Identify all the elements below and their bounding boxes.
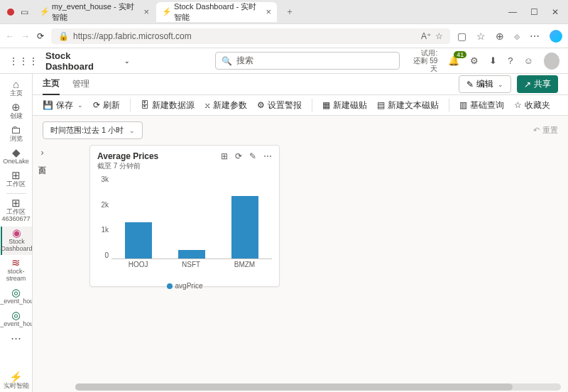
bar-hooj[interactable]	[125, 222, 152, 258]
time-range-picker[interactable]: 时间范围:过去 1 小时 ⌄	[43, 121, 143, 139]
tab-home[interactable]: 主页	[43, 74, 60, 95]
lock-icon: 🔒	[58, 31, 69, 41]
chart-legend: avgPrice	[97, 282, 272, 290]
eventhouse-icon: ◎	[11, 312, 21, 319]
new-datasource-button[interactable]: 🗄新建数据源	[141, 99, 195, 111]
dashboard-title-dropdown[interactable]: Stock Dashboard ⌄	[45, 50, 130, 72]
rail-workspace[interactable]: ⊞工作区	[1, 169, 32, 190]
tabs-icon[interactable]: ▢	[457, 31, 466, 42]
bolt-icon: ⚡	[162, 7, 172, 16]
rail-more[interactable]: ⋯	[1, 332, 32, 346]
rail-create[interactable]: ⊕创建	[1, 101, 32, 122]
refresh-icon[interactable]: ⟳	[37, 31, 44, 41]
refresh-icon: ⟳	[93, 100, 100, 110]
close-window-icon[interactable]: ✕	[551, 7, 559, 17]
back-icon[interactable]: ←	[6, 31, 14, 41]
avatar[interactable]	[544, 53, 559, 70]
profile-indicator-icon[interactable]	[7, 9, 14, 16]
rail-onelake[interactable]: ◆OneLake	[1, 146, 32, 168]
extensions-icon[interactable]: ⟐	[514, 31, 520, 42]
horizontal-scrollbar[interactable]	[75, 383, 561, 391]
stream-icon: ≋	[11, 259, 21, 266]
tile-icon: ▦	[322, 100, 330, 110]
browser-tab-1[interactable]: ⚡ my_event_house - 实时智能 ×	[34, 2, 155, 22]
favorites-icon[interactable]: ☆	[476, 31, 486, 42]
bar-nsft[interactable]	[178, 250, 205, 258]
left-rail: ⌂主页 ⊕创建 🗀浏览 ◆OneLake ⊞工作区 ⊞工作区 46360677 …	[0, 74, 33, 392]
address-bar: ← → ⟳ 🔒 https://app.fabric.microsoft.com…	[0, 24, 568, 48]
new-tile-button[interactable]: ▦新建磁贴	[322, 99, 367, 111]
copilot-icon[interactable]	[550, 30, 562, 43]
save-button[interactable]: 💾保存⌄	[43, 99, 83, 111]
feedback-icon[interactable]: ☺	[524, 55, 533, 66]
bar-chart: 3k2k1k0 HOOJNSFTBMZM	[111, 175, 272, 266]
param-icon: 𝚡	[204, 100, 210, 110]
chart-tile-average-prices[interactable]: Average Prices 截至 7 分钟前 ⊞ ⟳ ✎ ⋯ 3k2k1k0 …	[89, 145, 280, 287]
notifications-button[interactable]: 🔔 41	[448, 55, 459, 66]
minimize-icon[interactable]: —	[508, 7, 517, 17]
bolt-icon: ⚡	[40, 7, 50, 16]
onelake-icon: ◆	[12, 149, 21, 156]
tab-strip-icon[interactable]: ▭	[18, 6, 30, 18]
share-button[interactable]: ↗共享	[517, 75, 558, 93]
rail-stock-stream[interactable]: ≋stock-stream	[1, 256, 32, 285]
window-controls: — ☐ ✕	[508, 7, 565, 17]
reset-button[interactable]: ↶重置	[533, 125, 558, 136]
new-tab-button[interactable]: ＋	[278, 6, 301, 18]
app-header: ⋮⋮⋮ Stock Dashboard ⌄ 🔍 搜索 试用: 还剩 59 天 🔔…	[0, 48, 568, 74]
reader-icon[interactable]: A⁺	[421, 31, 431, 41]
rail-realtime[interactable]: ⚡实时智能	[1, 371, 32, 392]
chevron-right-icon: ›	[41, 148, 44, 158]
pages-panel-toggle[interactable]: › 页面	[37, 148, 48, 160]
app-launcher-icon[interactable]: ⋮⋮⋮	[9, 55, 38, 67]
new-text-tile-button[interactable]: ▤新建文本磁贴	[377, 99, 439, 111]
more-tile-icon[interactable]: ⋯	[263, 151, 272, 161]
tile-actions: ⊞ ⟳ ✎ ⋯	[221, 151, 272, 161]
url-input[interactable]: 🔒 https://app.fabric.microsoft.com A⁺ ☆	[51, 28, 450, 44]
plus-circle-icon: ⊕	[11, 104, 21, 111]
rail-event-house-2[interactable]: ◎my_event_house	[1, 309, 32, 330]
scrollbar-thumb[interactable]	[75, 383, 513, 391]
favorites-button[interactable]: ☆收藏夹	[514, 99, 550, 111]
rail-workspace-id[interactable]: ⊞工作区 46360677	[1, 197, 32, 225]
settings-icon[interactable]: ⚙	[470, 55, 479, 66]
tab-manage[interactable]: 管理	[72, 74, 89, 94]
page-tabs: 主页 管理 ✎编辑⌄ ↗共享	[33, 74, 568, 95]
browser-tab-bar: ▭ ⚡ my_event_house - 实时智能 × ⚡ Stock Dash…	[0, 0, 568, 24]
search-input[interactable]: 🔍 搜索	[215, 52, 400, 70]
base-query-button[interactable]: ▥基础查询	[459, 99, 504, 111]
help-icon[interactable]: ?	[508, 55, 513, 66]
maximize-icon[interactable]: ☐	[530, 7, 538, 17]
toolbar: 💾保存⌄ ⟳刷新 🗄新建数据源 𝚡新建参数 ⚙设置警报 ▦新建磁贴 ▤新建文本磁…	[33, 95, 568, 116]
browser-tab-2[interactable]: ⚡ Stock Dashboard - 实时智能 ×	[156, 2, 277, 22]
collections-icon[interactable]: ⊕	[496, 31, 504, 42]
download-icon[interactable]: ⬇	[489, 55, 497, 66]
bar-bmzm[interactable]	[231, 196, 258, 259]
time-range-text: 时间范围:过去 1 小时	[50, 125, 124, 136]
more-icon[interactable]: ⋯	[530, 31, 540, 42]
trial-status[interactable]: 试用: 还剩 59 天	[407, 49, 437, 72]
forward-icon[interactable]: →	[21, 31, 30, 41]
rail-home[interactable]: ⌂主页	[1, 78, 32, 99]
edit-tile-icon[interactable]: ✎	[249, 151, 256, 161]
pencil-icon: ✎	[466, 80, 474, 89]
explore-icon[interactable]: ⊞	[221, 151, 228, 161]
close-icon[interactable]: ×	[143, 6, 149, 17]
rail-browse[interactable]: 🗀浏览	[1, 124, 32, 145]
time-range-bar: 时间范围:过去 1 小时 ⌄ ↶重置	[43, 121, 558, 139]
rail-event-house-1[interactable]: ◎my_event_house	[1, 286, 32, 307]
new-param-button[interactable]: 𝚡新建参数	[204, 99, 247, 111]
eventhouse-icon: ◎	[11, 289, 21, 296]
refresh-tile-icon[interactable]: ⟳	[235, 151, 242, 161]
edit-button[interactable]: ✎编辑⌄	[459, 75, 511, 93]
chevron-down-icon: ⌄	[129, 127, 135, 134]
star-icon[interactable]: ☆	[435, 31, 443, 41]
refresh-button[interactable]: ⟳刷新	[93, 99, 120, 111]
dashboard-canvas[interactable]: › 页面 Average Prices 截至 7 分钟前 ⊞ ⟳ ✎ ⋯	[33, 139, 568, 392]
close-icon[interactable]: ×	[266, 6, 271, 17]
x-axis-labels: HOOJNSFTBMZM	[111, 261, 272, 268]
bolt-icon: ⚡	[9, 374, 23, 381]
datasource-icon: 🗄	[141, 100, 149, 110]
set-alert-button[interactable]: ⚙设置警报	[257, 99, 302, 111]
rail-stock-dashboard[interactable]: ◉Stock Dashboard	[1, 227, 32, 255]
